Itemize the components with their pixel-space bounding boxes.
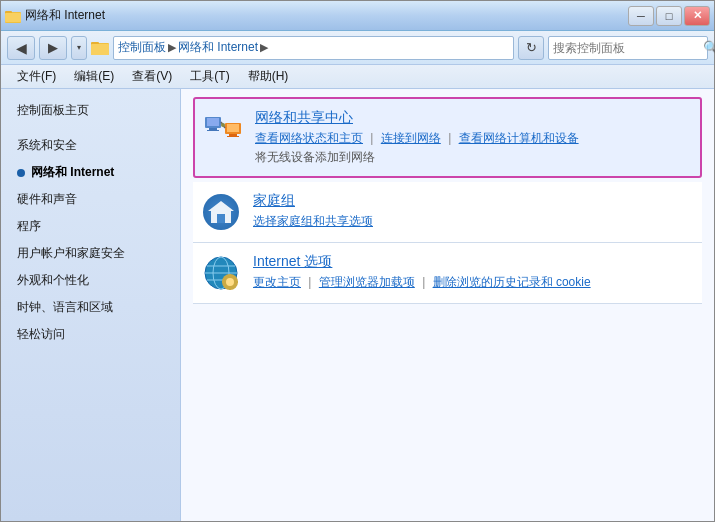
folder-icon <box>91 40 109 56</box>
link-view-status[interactable]: 查看网络状态和主页 <box>255 131 363 145</box>
link-sep-1: | <box>370 131 376 145</box>
svg-rect-2 <box>5 13 21 22</box>
menu-help[interactable]: 帮助(H) <box>240 66 297 87</box>
svg-rect-5 <box>91 44 109 55</box>
link-manage-addons[interactable]: 管理浏览器加载项 <box>319 275 415 289</box>
network-sharing-icon <box>203 109 243 149</box>
svg-rect-25 <box>229 274 231 278</box>
svg-point-15 <box>221 123 225 127</box>
back-button[interactable]: ◀ <box>7 36 35 60</box>
forward-button[interactable]: ▶ <box>39 36 67 60</box>
main-window: 网络和 Internet ─ □ ✕ ◀ ▶ ▾ 控制面板 ▶ 网络和 Inte… <box>0 0 715 522</box>
main-area: 控制面板主页 系统和安全 网络和 Internet 硬件和声音 程序 用户帐户和… <box>1 89 714 521</box>
internet-options-title[interactable]: Internet 选项 <box>253 253 694 271</box>
internet-options-icon <box>201 253 241 293</box>
svg-rect-26 <box>229 286 231 290</box>
menu-view[interactable]: 查看(V) <box>124 66 180 87</box>
homegroup-icon <box>201 192 241 232</box>
link-homegroup-options[interactable]: 选择家庭组和共享选项 <box>253 214 373 228</box>
search-input[interactable] <box>553 41 703 55</box>
maximize-button[interactable]: □ <box>656 6 682 26</box>
menu-tools[interactable]: 工具(T) <box>182 66 237 87</box>
menu-bar: 文件(F) 编辑(E) 查看(V) 工具(T) 帮助(H) <box>1 65 714 89</box>
link-view-computers[interactable]: 查看网络计算机和设备 <box>459 131 579 145</box>
link-connect-network[interactable]: 连接到网络 <box>381 131 441 145</box>
breadcrumb-item-control-panel[interactable]: 控制面板 <box>118 39 166 56</box>
sidebar-item-clock-language[interactable]: 时钟、语言和区域 <box>1 294 180 321</box>
svg-rect-27 <box>222 281 226 283</box>
svg-rect-17 <box>217 214 225 223</box>
network-sharing-text: 网络和共享中心 查看网络状态和主页 | 连接到网络 | 查看网络计算机和设备 将… <box>255 109 692 166</box>
breadcrumb: 控制面板 ▶ 网络和 Internet ▶ <box>113 36 514 60</box>
address-bar: ◀ ▶ ▾ 控制面板 ▶ 网络和 Internet ▶ ↻ 🔍 <box>1 31 714 65</box>
sidebar-item-control-panel-home[interactable]: 控制面板主页 <box>1 97 180 124</box>
internet-options-links: 更改主页 | 管理浏览器加载项 | 删除浏览的历史记录和 cookie <box>253 274 694 291</box>
network-sharing-svg <box>203 109 243 149</box>
title-bar-left: 网络和 Internet <box>5 7 105 24</box>
internet-icon-container <box>201 253 241 293</box>
title-bar-buttons: ─ □ ✕ <box>628 6 710 26</box>
sidebar-item-network-internet[interactable]: 网络和 Internet <box>1 159 180 186</box>
sidebar-item-appearance[interactable]: 外观和个性化 <box>1 267 180 294</box>
search-icon[interactable]: 🔍 <box>703 39 715 57</box>
svg-rect-11 <box>227 124 239 132</box>
link-sep-4: | <box>422 275 428 289</box>
menu-file[interactable]: 文件(F) <box>9 66 64 87</box>
folder-svg <box>91 40 109 56</box>
internet-svg <box>202 254 240 292</box>
title-bar: 网络和 Internet ─ □ ✕ <box>1 1 714 31</box>
homegroup-title[interactable]: 家庭组 <box>253 192 694 210</box>
svg-point-24 <box>226 278 234 286</box>
sidebar-item-label: 程序 <box>17 218 41 235</box>
svg-rect-8 <box>209 128 217 130</box>
category-network-sharing: 网络和共享中心 查看网络状态和主页 | 连接到网络 | 查看网络计算机和设备 将… <box>193 97 702 178</box>
refresh-button[interactable]: ↻ <box>518 36 544 60</box>
history-dropdown-button[interactable]: ▾ <box>71 36 87 60</box>
homegroup-text: 家庭组 选择家庭组和共享选项 <box>253 192 694 230</box>
title-bar-text: 网络和 Internet <box>25 7 105 24</box>
link-change-homepage[interactable]: 更改主页 <box>253 275 301 289</box>
sidebar-item-label: 时钟、语言和区域 <box>17 299 113 316</box>
link-delete-history[interactable]: 删除浏览的历史记录和 cookie <box>433 275 591 289</box>
sidebar-item-programs[interactable]: 程序 <box>1 213 180 240</box>
homegroup-inner-svg <box>206 197 236 227</box>
sidebar-item-user-accounts[interactable]: 用户帐户和家庭安全 <box>1 240 180 267</box>
content-area: 网络和共享中心 查看网络状态和主页 | 连接到网络 | 查看网络计算机和设备 将… <box>181 89 714 521</box>
sidebar-item-label: 外观和个性化 <box>17 272 89 289</box>
minimize-button[interactable]: ─ <box>628 6 654 26</box>
search-container: 🔍 <box>548 36 708 60</box>
sidebar-item-label: 网络和 Internet <box>31 164 114 181</box>
sidebar-item-hardware-sound[interactable]: 硬件和声音 <box>1 186 180 213</box>
internet-options-text: Internet 选项 更改主页 | 管理浏览器加载项 | 删除浏览的历史记录和… <box>253 253 694 291</box>
link-sep-2: | <box>448 131 454 145</box>
sidebar-item-ease-access[interactable]: 轻松访问 <box>1 321 180 348</box>
sidebar-item-system-security[interactable]: 系统和安全 <box>1 132 180 159</box>
window-icon <box>5 8 21 24</box>
homegroup-links: 选择家庭组和共享选项 <box>253 213 694 230</box>
network-sharing-title[interactable]: 网络和共享中心 <box>255 109 692 127</box>
svg-rect-13 <box>227 136 239 137</box>
close-button[interactable]: ✕ <box>684 6 710 26</box>
svg-rect-28 <box>234 281 238 283</box>
homegroup-svg <box>203 194 239 230</box>
sidebar-item-label: 轻松访问 <box>17 326 65 343</box>
breadcrumb-separator: ▶ <box>168 41 176 54</box>
svg-rect-12 <box>229 134 237 136</box>
breadcrumb-separator-2: ▶ <box>260 41 268 54</box>
link-sep-3: | <box>308 275 314 289</box>
network-sharing-subtitle: 将无线设备添加到网络 <box>255 149 692 166</box>
category-internet-options: Internet 选项 更改主页 | 管理浏览器加载项 | 删除浏览的历史记录和… <box>193 243 702 304</box>
sidebar-item-label: 系统和安全 <box>17 137 77 154</box>
category-homegroup: 家庭组 选择家庭组和共享选项 <box>193 182 702 243</box>
sidebar-item-label: 控制面板主页 <box>17 102 89 119</box>
sidebar: 控制面板主页 系统和安全 网络和 Internet 硬件和声音 程序 用户帐户和… <box>1 89 181 521</box>
svg-rect-9 <box>207 130 219 131</box>
svg-rect-7 <box>207 118 219 126</box>
menu-edit[interactable]: 编辑(E) <box>66 66 122 87</box>
active-bullet <box>17 169 25 177</box>
network-sharing-links: 查看网络状态和主页 | 连接到网络 | 查看网络计算机和设备 <box>255 130 692 147</box>
sidebar-item-label: 硬件和声音 <box>17 191 77 208</box>
sidebar-item-label: 用户帐户和家庭安全 <box>17 245 125 262</box>
breadcrumb-item-network[interactable]: 网络和 Internet <box>178 39 258 56</box>
sidebar-divider-1 <box>1 124 180 132</box>
